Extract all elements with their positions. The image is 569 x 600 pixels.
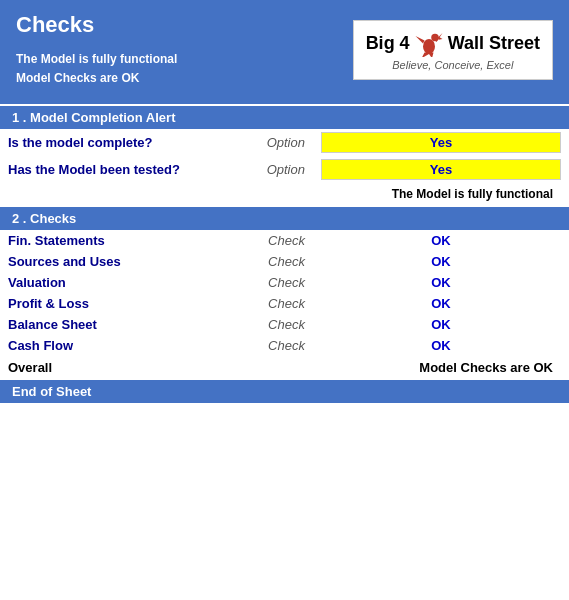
overall-value: Model Checks are OK — [313, 356, 569, 378]
svg-marker-3 — [415, 36, 424, 44]
svg-marker-5 — [421, 53, 433, 58]
table-row: Valuation Check OK — [0, 272, 569, 293]
logo-wall-street: Wall Street — [448, 33, 540, 54]
table-row: Balance Sheet Check OK — [0, 314, 569, 335]
logo-big4: Big 4 — [366, 33, 410, 54]
overall-type-blank — [228, 356, 313, 378]
logo-box: Big 4 — [353, 20, 553, 80]
section2-content: Fin. Statements Check OK Sources and Use… — [0, 230, 569, 378]
page-header: Checks The Model is fully functional Mod… — [0, 0, 569, 104]
row-value: Yes — [313, 156, 569, 183]
table-row: Fin. Statements Check OK — [0, 230, 569, 251]
row-value: OK — [313, 335, 569, 356]
logo-tagline: Believe, Conceive, Excel — [392, 59, 513, 71]
row-label: Cash Flow — [0, 335, 228, 356]
table-row: Cash Flow Check OK — [0, 335, 569, 356]
section1-content: Is the model complete? Option Yes Has th… — [0, 129, 569, 205]
logo-text: Big 4 — [366, 29, 540, 57]
table-row: Sources and Uses Check OK — [0, 251, 569, 272]
subtitle-line1: The Model is fully functional — [16, 50, 177, 69]
row-label: Has the Model been tested? — [0, 156, 228, 183]
row-type: Check — [228, 314, 313, 335]
row-type: Check — [228, 293, 313, 314]
row-label: Balance Sheet — [0, 314, 228, 335]
row-value: Yes — [313, 129, 569, 156]
row-type: Check — [228, 272, 313, 293]
svg-point-0 — [423, 39, 435, 54]
header-left: Checks The Model is fully functional Mod… — [16, 12, 177, 88]
row-value: OK — [313, 230, 569, 251]
row-type: Check — [228, 251, 313, 272]
section1-table: Is the model complete? Option Yes Has th… — [0, 129, 569, 205]
header-subtitle: The Model is fully functional Model Chec… — [16, 50, 177, 88]
row-type: Check — [228, 230, 313, 251]
row-label: Fin. Statements — [0, 230, 228, 251]
summary-text: The Model is fully functional — [0, 183, 569, 205]
table-row: Profit & Loss Check OK — [0, 293, 569, 314]
row-type: Check — [228, 335, 313, 356]
row-type: Option — [228, 156, 313, 183]
end-of-sheet: End of Sheet — [0, 380, 569, 403]
row-label: Valuation — [0, 272, 228, 293]
page-title: Checks — [16, 12, 177, 38]
row-label: Is the model complete? — [0, 129, 228, 156]
section1-header: 1 . Model Completion Alert — [0, 106, 569, 129]
overall-label: Overall — [0, 356, 228, 378]
overall-row: Overall Model Checks are OK — [0, 356, 569, 378]
section2-header: 2 . Checks — [0, 207, 569, 230]
yes-badge: Yes — [321, 159, 561, 180]
row-type: Option — [228, 129, 313, 156]
yes-badge: Yes — [321, 132, 561, 153]
eagle-icon — [414, 29, 444, 57]
row-label: Sources and Uses — [0, 251, 228, 272]
subtitle-line2: Model Checks are OK — [16, 69, 177, 88]
row-value: OK — [313, 251, 569, 272]
row-label: Profit & Loss — [0, 293, 228, 314]
row-value: OK — [313, 293, 569, 314]
table-row: Has the Model been tested? Option Yes — [0, 156, 569, 183]
row-value: OK — [313, 272, 569, 293]
table-row: Is the model complete? Option Yes — [0, 129, 569, 156]
section2-table: Fin. Statements Check OK Sources and Use… — [0, 230, 569, 378]
row-value: OK — [313, 314, 569, 335]
summary-row: The Model is fully functional — [0, 183, 569, 205]
